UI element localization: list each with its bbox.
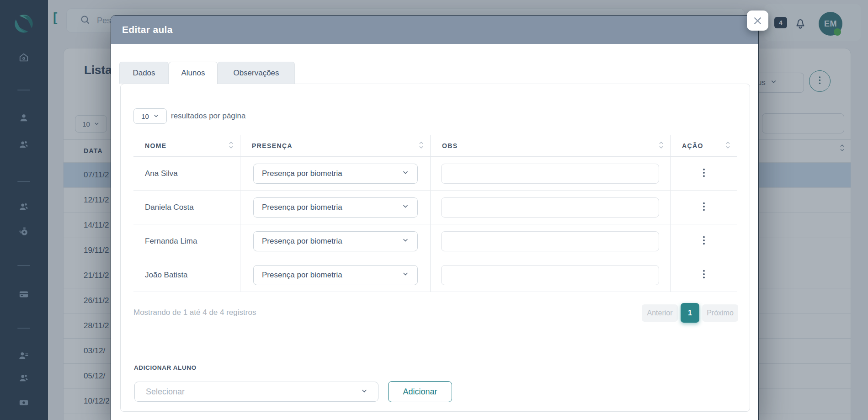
presence-select[interactable]: Presença por biometria [253,231,418,251]
kebab-icon [703,270,705,280]
action-cell [671,258,737,292]
column-label: AÇÃO [682,142,703,149]
tab-panel-alunos: 10 resultados por página NOME PRESENÇA [120,84,750,412]
student-row: Ana Silva Presença por biometria [133,157,737,191]
tab-label: Observações [233,69,279,78]
modal-tabs: Dados Alunos Observações [119,62,295,84]
obs-input[interactable] [441,197,659,218]
chevron-down-icon [402,270,409,280]
student-row: Fernanda Lima Presença por biometria [133,224,737,258]
chevron-down-icon [153,112,159,120]
presence-cell: Presença por biometria [240,224,431,258]
presence-value: Presença por biometria [262,203,342,212]
kebab-icon [703,202,705,213]
student-row: Daniela Costa Presença por biometria [133,191,737,224]
modal-page-size-select[interactable]: 10 [133,108,167,124]
obs-cell [431,224,671,258]
students-table-header: NOME PRESENÇA OBS AÇÃO [133,135,737,157]
student-name: Daniela Costa [145,203,194,212]
row-actions-button[interactable] [697,198,711,217]
modal-header: Editar aula [111,16,758,44]
student-name-cell: Fernanda Lima [133,224,240,258]
close-icon[interactable] [747,11,768,31]
modal-page-size-value: 10 [141,112,149,120]
pagination-next-button[interactable]: Próximo [702,304,738,322]
page-size-suffix: resultados por página [171,112,246,121]
student-name: João Batista [145,271,188,280]
add-student-select[interactable]: Selecionar [134,382,378,402]
chevron-down-icon [402,169,409,178]
student-name: Fernanda Lima [145,237,197,246]
presence-value: Presença por biometria [262,169,342,178]
sort-icon[interactable] [229,141,234,151]
pagination: Anterior 1 Próximo [642,303,738,323]
row-actions-button[interactable] [697,232,711,250]
obs-cell [431,157,671,190]
column-label: NOME [145,142,167,149]
column-acao[interactable]: AÇÃO [671,135,737,156]
tab-label: Dados [133,69,155,78]
edit-class-modal: Editar aula Dados Alunos Observações 10 … [111,15,759,420]
sort-icon[interactable] [419,141,424,151]
tab-alunos[interactable]: Alunos [169,62,218,84]
obs-cell [431,191,671,224]
app-root: [ 4 EM Lista tatus [0,0,868,420]
tab-observacoes[interactable]: Observações [218,62,295,84]
presence-select[interactable]: Presença por biometria [253,164,418,184]
add-student-label: ADICIONAR ALUNO [134,364,197,371]
student-name: Ana Silva [145,169,178,178]
student-name-cell: Ana Silva [133,157,240,190]
action-cell [671,191,737,224]
obs-input[interactable] [441,265,659,285]
presence-select[interactable]: Presença por biometria [253,197,418,218]
student-name-cell: João Batista [133,258,240,292]
sort-icon[interactable] [659,141,664,151]
presence-cell: Presença por biometria [240,191,431,224]
column-obs[interactable]: OBS [431,135,671,156]
add-student-button[interactable]: Adicionar [388,381,452,402]
action-cell [671,157,737,190]
column-label: PRESENÇA [252,142,293,149]
students-table: NOME PRESENÇA OBS AÇÃO [133,135,737,292]
presence-value: Presença por biometria [262,271,342,280]
student-name-cell: Daniela Costa [133,191,240,224]
kebab-icon [703,236,705,246]
chevron-down-icon [361,387,368,397]
presence-cell: Presença por biometria [240,258,431,292]
presence-select[interactable]: Presença por biometria [253,265,418,285]
student-row: João Batista Presença por biometria [133,258,737,292]
pagination-current-page[interactable]: 1 [681,303,699,323]
tab-dados[interactable]: Dados [119,62,169,84]
kebab-icon [703,168,705,179]
row-actions-button[interactable] [697,165,711,183]
results-summary: Mostrando de 1 até 4 de 4 registros [133,308,256,317]
tab-label: Alunos [181,69,205,78]
obs-input[interactable] [441,231,659,251]
column-presenca[interactable]: PRESENÇA [240,135,431,156]
chevron-down-icon [402,202,409,212]
action-cell [671,224,737,258]
pagination-prev-button[interactable]: Anterior [642,304,678,322]
add-student-placeholder: Selecionar [146,387,185,397]
column-nome[interactable]: NOME [133,135,240,156]
chevron-down-icon [402,236,409,246]
obs-input[interactable] [441,164,659,184]
modal-title: Editar aula [122,24,173,35]
column-label: OBS [442,142,458,149]
sort-icon[interactable] [725,141,730,151]
obs-cell [431,258,671,292]
row-actions-button[interactable] [697,266,711,284]
presence-cell: Presença por biometria [240,157,431,190]
presence-value: Presença por biometria [262,237,342,246]
